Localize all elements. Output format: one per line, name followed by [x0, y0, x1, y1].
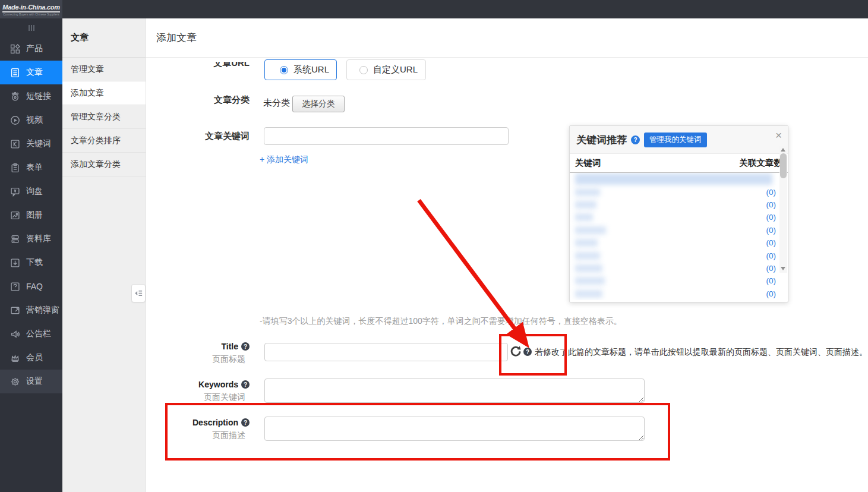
sidebar-item-faq[interactable]: FAQ: [0, 275, 62, 298]
redacted-keyword: [575, 252, 600, 260]
subsidebar-item-3[interactable]: 管理文章分类: [62, 105, 146, 129]
keyword-article-count[interactable]: (0): [766, 289, 777, 298]
sidebar-item-settings[interactable]: 设置: [0, 370, 62, 393]
choose-category-button[interactable]: 选择分类: [292, 96, 345, 112]
redacted-keyword: [575, 201, 596, 209]
redacted-keyword: [575, 277, 605, 285]
keyword-row[interactable]: (0): [570, 288, 788, 300]
radio-system-url-label: 系统URL: [293, 64, 329, 75]
keyword-row[interactable]: (0): [570, 236, 788, 249]
title-field-sublabel: 页面标题: [131, 354, 245, 365]
radio-unselected-icon: [359, 66, 368, 74]
sidebar-item-label: 表单: [26, 162, 43, 173]
sidebar-item-label: 文章: [26, 67, 43, 78]
keywords-hint-text: -请填写3个以上的关键词，长度不得超过100字符，单词之间不需要增加任何符号，直…: [260, 316, 622, 327]
title-help-icon[interactable]: [241, 342, 250, 351]
collapse-icon: [134, 289, 143, 298]
keyword-article-count[interactable]: (0): [766, 251, 777, 260]
sidebar-collapse-button[interactable]: [131, 284, 146, 302]
sidebar-item-shortlink[interactable]: 短链接: [0, 84, 62, 108]
subsidebar-item-1[interactable]: 管理文章: [62, 58, 146, 81]
sidebar-item-video[interactable]: 视频: [0, 108, 62, 132]
article-keywords-input[interactable]: [264, 127, 509, 145]
article-category-label: 文章分类: [131, 94, 250, 106]
refresh-help-icon[interactable]: [523, 348, 532, 356]
title-field-label: Title: [131, 342, 250, 351]
close-icon[interactable]: ×: [775, 130, 782, 141]
keywords-help-icon[interactable]: [241, 380, 250, 389]
add-keyword-link[interactable]: + 添加关键词: [260, 154, 308, 165]
keyword-row[interactable]: (0): [570, 198, 788, 211]
video-icon: [10, 115, 20, 125]
refresh-title-button[interactable]: [510, 345, 522, 357]
article-url-label: 文章URL: [131, 58, 250, 69]
sidebar-item-grid[interactable]: 产品: [0, 37, 62, 61]
radio-custom-url[interactable]: 自定义URL: [346, 59, 426, 80]
popup-icon: [10, 305, 20, 316]
keyword-row[interactable]: (0): [570, 185, 788, 198]
manage-keywords-button[interactable]: 管理我的关键词: [644, 133, 707, 147]
keyword-row[interactable]: (0): [570, 262, 788, 275]
keyword-row[interactable]: (0): [570, 275, 788, 287]
keyword-article-count[interactable]: (0): [766, 200, 777, 209]
keyword-article-count[interactable]: (0): [766, 226, 777, 235]
announcement-icon: [10, 329, 20, 339]
page-description-textarea[interactable]: [264, 417, 645, 441]
keyword-article-count[interactable]: (0): [766, 264, 777, 273]
logo[interactable]: Made-in-China.com Connecting Buyers with…: [0, 0, 62, 18]
sidebar-item-label: 设置: [26, 376, 43, 387]
panel-scrollbar[interactable]: [779, 146, 787, 273]
redacted-keyword: [575, 264, 602, 272]
sidebar-item-article[interactable]: 文章: [0, 61, 62, 84]
page-keywords-textarea[interactable]: [264, 379, 645, 403]
refresh-note-text: 若修改了此篇的文章标题，请单击此按钮以提取最新的页面标题、页面关键词、页面描述。: [535, 347, 867, 358]
keyword-recommend-panel: 关键词推荐 管理我的关键词 × 关键词 关联文章数 (0)(0)(0)(0)(0…: [569, 125, 788, 302]
sidebar-item-inquiry[interactable]: 询盘: [0, 179, 62, 203]
keyword-article-count[interactable]: (0): [766, 276, 777, 285]
sidebar-item-label: 产品: [26, 43, 43, 54]
sidebar-item-label: 关键词: [26, 138, 51, 149]
scroll-thumb[interactable]: [780, 153, 787, 178]
sidebar-item-album[interactable]: 图册: [0, 203, 62, 227]
sidebar-item-popup[interactable]: 营销弹窗: [0, 298, 62, 322]
description-help-icon[interactable]: [241, 418, 250, 427]
keywords-label-text: Keywords: [198, 380, 238, 389]
subsidebar-item-5[interactable]: 添加文章分类: [62, 153, 146, 176]
library-icon: [10, 234, 20, 244]
secondary-sidebar-title: 文章: [62, 18, 146, 58]
top-bar: Made-in-China.com Connecting Buyers with…: [0, 0, 868, 18]
inquiry-icon: [10, 187, 20, 197]
keyword-row[interactable]: (0): [570, 224, 788, 236]
refresh-icon: [510, 345, 522, 357]
scroll-down-icon[interactable]: [781, 267, 785, 270]
description-field-sublabel: 页面描述: [131, 430, 245, 441]
sidebar-item-library[interactable]: 资料库: [0, 227, 62, 251]
keyword-row[interactable]: (0): [570, 249, 788, 261]
primary-sidebar: 产品文章短链接视频关键词表单询盘图册资料库下载FAQ营销弹窗公告栏会员设置: [0, 18, 62, 492]
sidebar-item-label: 询盘: [26, 186, 43, 197]
keyword-row[interactable]: (0): [570, 211, 788, 223]
keyword-panel-title: 关键词推荐: [576, 133, 627, 147]
sidebar-item-announcement[interactable]: 公告栏: [0, 322, 62, 346]
sidebar-item-member[interactable]: 会员: [0, 346, 62, 370]
sidebar-item-form[interactable]: 表单: [0, 156, 62, 179]
redacted-keyword: [575, 290, 602, 298]
sidebar-item-download[interactable]: 下载: [0, 251, 62, 275]
grid-icon: [10, 44, 20, 54]
keyword-row[interactable]: [570, 173, 788, 185]
title-label-text: Title: [221, 342, 238, 351]
keyword-article-count[interactable]: (0): [766, 213, 777, 222]
sidebar-item-keyword[interactable]: 关键词: [0, 132, 62, 156]
keyword-article-count[interactable]: (0): [766, 188, 777, 197]
page-title-input[interactable]: [264, 343, 508, 361]
scroll-up-icon[interactable]: [781, 148, 785, 152]
redacted-keyword: [575, 239, 598, 247]
article-keywords-label: 文章关键词: [131, 131, 250, 142]
radio-system-url[interactable]: 系统URL: [264, 59, 337, 80]
sidebar-item-label: 短链接: [26, 91, 51, 102]
keyword-panel-help-icon[interactable]: [631, 135, 640, 144]
sidebar-drag-handle-icon[interactable]: [0, 18, 62, 37]
article-icon: [10, 68, 20, 78]
keyword-icon: [10, 139, 20, 149]
keyword-article-count[interactable]: (0): [766, 238, 777, 247]
